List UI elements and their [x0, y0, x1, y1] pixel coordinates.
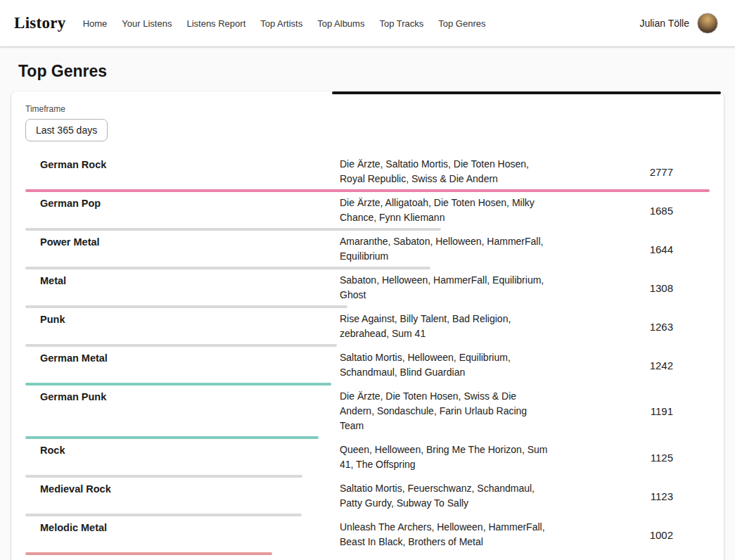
genre-artists: Die Ärzte, Die Toten Hosen, Swiss & Die …: [340, 389, 552, 433]
nav-right: Julian Tölle: [639, 13, 718, 34]
nav-item-top-artists[interactable]: Top Artists: [259, 14, 304, 33]
genre-artists: Saltatio Mortis, Helloween, Equilibrium,…: [340, 350, 552, 380]
timeframe-label: Timeframe: [25, 104, 710, 114]
genre-row: Rock Queen, Helloween, Bring Me The Hori…: [25, 439, 710, 478]
genre-count: 1242: [552, 359, 710, 371]
nav-item-top-genres[interactable]: Top Genres: [437, 14, 487, 33]
nav-items: HomeYour ListensListens ReportTop Artist…: [82, 14, 487, 33]
genre-name: Metal: [25, 273, 340, 288]
genre-count: 1308: [552, 282, 710, 294]
genre-name: German Pop: [25, 196, 340, 211]
genre-name: German Rock: [25, 157, 340, 172]
genre-count: 1191: [552, 405, 710, 417]
genre-artists: Queen, Helloween, Bring Me The Horizon, …: [340, 443, 552, 472]
genre-row: Melodic Metal Unleash The Archers, Hello…: [25, 516, 710, 555]
genre-count: 1685: [552, 205, 710, 217]
genre-count: 1644: [552, 243, 710, 255]
nav-item-home[interactable]: Home: [82, 14, 109, 33]
genre-count: 1002: [552, 529, 710, 541]
genre-name: Power Metal: [25, 234, 340, 250]
genre-row: Metal Sabaton, Helloween, HammerFall, Eq…: [25, 269, 710, 308]
timeframe-select[interactable]: Last 365 days: [25, 119, 108, 141]
genre-name: Medieval Rock: [25, 481, 340, 497]
genre-artists: Rise Against, Billy Talent, Bad Religion…: [340, 312, 552, 341]
top-navbar: Listory HomeYour ListensListens ReportTo…: [0, 0, 735, 46]
genre-artists: Saltatio Mortis, Feuerschwanz, Schandmau…: [340, 481, 552, 511]
genre-row: German Pop Die Ärzte, Alligatoah, Die To…: [25, 192, 710, 231]
genre-artists: Die Ärzte, Saltatio Mortis, Die Toten Ho…: [340, 157, 552, 186]
genre-name: German Metal: [25, 350, 340, 366]
genre-row: German Indie Bukahara, Käptn Peng, KYTES…: [25, 555, 710, 560]
genre-row: German Metal Saltatio Mortis, Helloween,…: [25, 347, 710, 386]
user-name[interactable]: Julian Tölle: [639, 18, 689, 29]
genre-row: Punk Rise Against, Billy Talent, Bad Rel…: [25, 308, 710, 347]
nav-item-top-albums[interactable]: Top Albums: [316, 14, 366, 33]
genre-artists: Amaranthe, Sabaton, Helloween, HammerFal…: [340, 234, 552, 264]
user-avatar[interactable]: [697, 13, 718, 34]
genre-name: Melodic Metal: [25, 520, 340, 535]
genre-artists: Sabaton, Helloween, HammerFall, Equilibr…: [340, 273, 552, 303]
genre-row: Power Metal Amaranthe, Sabaton, Hellowee…: [25, 231, 710, 269]
genre-count: 2777: [552, 166, 710, 178]
genre-row: Medieval Rock Saltatio Mortis, Feuerschw…: [25, 478, 710, 516]
genre-table: German Rock Die Ärzte, Saltatio Mortis, …: [25, 153, 710, 560]
genre-name: Punk: [25, 312, 340, 327]
nav-item-listens-report[interactable]: Listens Report: [185, 14, 247, 33]
genre-count: 1263: [552, 321, 710, 333]
main-content: Top Genres Timeframe Last 365 days Germa…: [0, 62, 735, 560]
genre-count: 1125: [552, 452, 710, 464]
genre-count: 1123: [552, 490, 710, 502]
genre-name: German Punk: [25, 389, 340, 405]
genre-artists: Unleash The Archers, Helloween, HammerFa…: [340, 520, 552, 549]
genre-artists: Die Ärzte, Alligatoah, Die Toten Hosen, …: [340, 196, 552, 225]
genre-row: German Punk Die Ärzte, Die Toten Hosen, …: [25, 386, 710, 439]
nav-item-your-listens[interactable]: Your Listens: [120, 14, 173, 33]
nav-item-top-tracks[interactable]: Top Tracks: [378, 14, 425, 33]
genre-name: Rock: [25, 443, 340, 458]
page-title: Top Genres: [18, 62, 724, 81]
app-logo[interactable]: Listory: [14, 14, 66, 32]
genre-row: German Rock Die Ärzte, Saltatio Mortis, …: [25, 153, 710, 192]
horizontal-scrollbar[interactable]: [332, 91, 721, 94]
top-genres-card: Timeframe Last 365 days German Rock Die …: [11, 91, 724, 560]
